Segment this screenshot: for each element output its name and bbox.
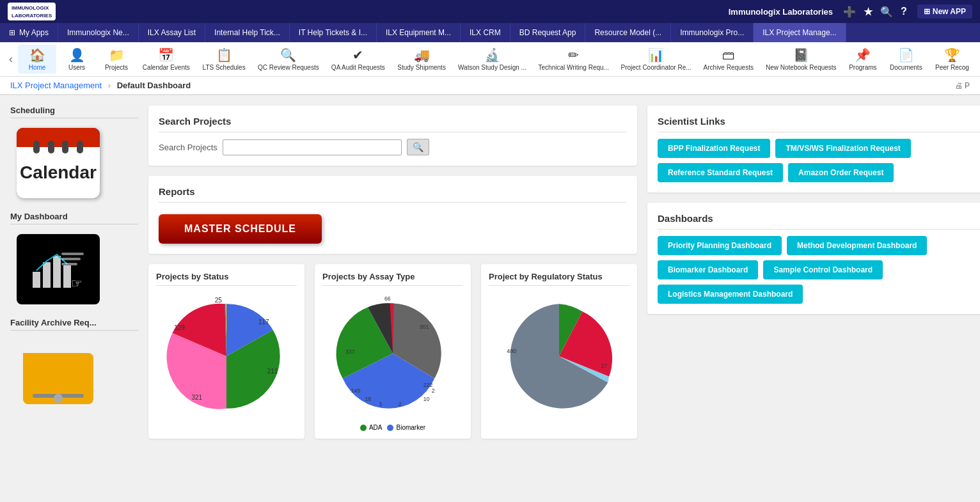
calendar-widget[interactable]: Calendar — [10, 125, 106, 201]
dashboard-inner: ☞ — [26, 246, 90, 292]
users-icon: 👤 — [69, 47, 85, 63]
toolbar-calendar-events[interactable]: 📅 Calendar Events — [137, 45, 196, 74]
toolbar-coordinator-label: Project Coordinator Re... — [620, 64, 691, 71]
projects-icon: 📁 — [109, 47, 125, 63]
notebook-requests-icon: 📓 — [793, 47, 809, 63]
nav-tab-equipment[interactable]: ILX Equipment M... — [377, 23, 461, 42]
nav-tab-crm[interactable]: ILX CRM — [461, 23, 510, 42]
documents-icon: 📄 — [898, 47, 914, 63]
my-dashboard-widget[interactable]: ☞ — [10, 231, 106, 308]
dashboards-card: Dashboards Priority Planning Dashboard M… — [647, 203, 980, 314]
biomarker-dashboard-button[interactable]: Biomarker Dashboard — [658, 260, 758, 279]
charts-row: Projects by Status — [148, 264, 637, 439]
svg-text:301: 301 — [420, 324, 429, 330]
toolbar-lts-schedules[interactable]: 📋 LTS Schedules — [197, 45, 251, 74]
toolbar-qc-label: QC Review Requests — [258, 64, 319, 71]
search-input[interactable] — [223, 139, 402, 155]
svg-rect-0 — [33, 272, 40, 288]
add-icon[interactable]: ➕ — [843, 6, 856, 18]
print-icon[interactable]: 🖨 P — [955, 81, 970, 90]
toolbar-notebook-requests[interactable]: 📓 New Notebook Requests — [761, 45, 842, 74]
toolbar-peer-recog[interactable]: 🏆 Peer Recog — [929, 45, 975, 74]
nav-tab-internal-help[interactable]: Internal Help Tick... — [205, 23, 290, 42]
logistics-management-button[interactable]: Logistics Management Dashboard — [658, 285, 803, 304]
toolbar-archive-requests[interactable]: 🗃 Archive Requests — [698, 45, 759, 74]
chart-status-svg: 117 211 321 129 25 — [156, 292, 297, 420]
tm-vs-ws-finalization-button[interactable]: TM/VS/WS Finalization Request — [775, 139, 910, 158]
archive-widget[interactable] — [10, 337, 106, 414]
toolbar-programs[interactable]: 📌 Programs — [843, 45, 883, 74]
company-logo: IMMUNOLOGIXLABORATORIES — [8, 3, 56, 20]
chart-regulatory-svg: 480 27 — [489, 292, 629, 420]
svg-rect-3 — [63, 265, 71, 288]
search-row: Search Projects 🔍 — [159, 139, 627, 155]
toolbar-users[interactable]: 👤 Users — [58, 45, 96, 74]
legend-ada: ADA — [360, 424, 383, 431]
svg-text:129: 129 — [174, 324, 185, 331]
toolbar-technical-writing[interactable]: ✏ Technical Writing Requ... — [533, 45, 614, 74]
new-app-button[interactable]: ⊞ New APP — [917, 4, 972, 19]
icon-toolbar: ‹ 🏠 Home 👤 Users 📁 Projects 📅 Calendar E… — [0, 42, 980, 77]
search-button[interactable]: 🔍 — [407, 139, 429, 155]
nav-tab-internal-help-label: Internal Help Tick... — [214, 28, 280, 37]
archive-section: Facility Archive Req... — [10, 318, 138, 414]
nav-tab-bd[interactable]: BD Request App — [510, 23, 586, 42]
toolbar-home[interactable]: 🏠 Home — [18, 45, 56, 74]
breadcrumb-current: Default Dashboard — [117, 81, 191, 90]
nav-tab-immunologix-pro-label: Immunologix Pro... — [680, 28, 744, 37]
new-app-icon: ⊞ — [924, 7, 930, 16]
nav-tab-assay-label: ILX Assay List — [148, 28, 196, 37]
toolbar-watson-study[interactable]: 🔬 Watson Study Design ... — [453, 45, 532, 74]
bpp-finalization-button[interactable]: BPP Finalization Request — [658, 139, 770, 158]
scientist-links-buttons: BPP Finalization Request TM/VS/WS Finali… — [658, 139, 980, 182]
amazon-order-button[interactable]: Amazon Order Request — [788, 163, 894, 182]
nav-tab-myapps-label: My Apps — [19, 28, 49, 37]
main-content: Scheduling Calendar — [0, 95, 980, 502]
legend-ada-dot — [360, 425, 367, 431]
method-development-button[interactable]: Method Development Dashboard — [787, 236, 927, 255]
search-projects-card: Search Projects Search Projects 🔍 — [148, 106, 637, 166]
toolbar-project-coordinator[interactable]: 📊 Project Coordinator Re... — [615, 45, 697, 74]
toolbar-lts-label: LTS Schedules — [203, 64, 246, 71]
toolbar-projects-label: Projects — [105, 64, 128, 71]
nav-tab-assay[interactable]: ILX Assay List — [139, 23, 205, 42]
breadcrumb-parent-link[interactable]: ILX Project Management — [10, 81, 102, 90]
technical-writing-icon: ✏ — [568, 47, 579, 63]
breadcrumb-actions: 🖨 P — [955, 81, 970, 90]
help-icon[interactable]: ? — [901, 6, 907, 18]
ring-2 — [48, 141, 54, 153]
svg-text:10: 10 — [423, 396, 430, 402]
toolbar-projects[interactable]: 📁 Projects — [97, 45, 136, 74]
legend-biomarker-dot — [387, 425, 393, 431]
master-schedule-button[interactable]: MASTER SCHEDULE — [159, 214, 322, 244]
left-sidebar: Scheduling Calendar — [10, 106, 138, 502]
nav-tab-resource[interactable]: Resource Model (... — [585, 23, 671, 42]
search-icon[interactable]: 🔍 — [880, 6, 893, 18]
svg-text:25: 25 — [215, 297, 223, 304]
toolbar-documents[interactable]: 📄 Documents — [884, 45, 928, 74]
svg-text:3: 3 — [379, 401, 382, 407]
nav-tab-immunologix-pro[interactable]: Immunologix Pro... — [671, 23, 754, 42]
reference-standard-button[interactable]: Reference Standard Request — [658, 163, 783, 182]
toolbar-users-label: Users — [68, 64, 85, 71]
legend-biomarker: Biomarker — [387, 424, 425, 431]
star-icon[interactable]: ★ — [864, 6, 873, 18]
toolbar-study-shipments[interactable]: 🚚 Study Shipments — [391, 45, 451, 74]
sample-control-button[interactable]: Sample Control Dashboard — [763, 260, 883, 279]
qa-audit-icon: ✔ — [352, 47, 363, 63]
toolbar-qa-audit[interactable]: ✔ QA Audit Requests — [326, 45, 390, 74]
scientist-links-card: Scientist Links BPP Finalization Request… — [647, 106, 980, 192]
nav-tab-it-help[interactable]: IT Help Tickets & I... — [290, 23, 377, 42]
nav-tab-my-apps[interactable]: ⊞ My Apps — [0, 23, 58, 42]
chart-assay-title: Projects by Assay Type — [322, 272, 463, 286]
nav-tab-ilx-project[interactable]: ILX Project Manage... — [754, 23, 846, 42]
nav-tab-immunologix[interactable]: Immunologix Ne... — [58, 23, 139, 42]
priority-planning-button[interactable]: Priority Planning Dashboard — [658, 236, 782, 255]
toolbar-back-button[interactable]: ‹ — [5, 52, 17, 66]
toolbar-qc-review[interactable]: 🔍 QC Review Requests — [253, 45, 325, 74]
ring-3 — [62, 141, 68, 153]
search-label: Search Projects — [159, 143, 217, 152]
chart-regulatory-title: Project by Regulatory Status — [489, 272, 629, 286]
nav-tab-myapps-icon: ⊞ — [9, 28, 15, 37]
svg-rect-1 — [43, 262, 51, 288]
